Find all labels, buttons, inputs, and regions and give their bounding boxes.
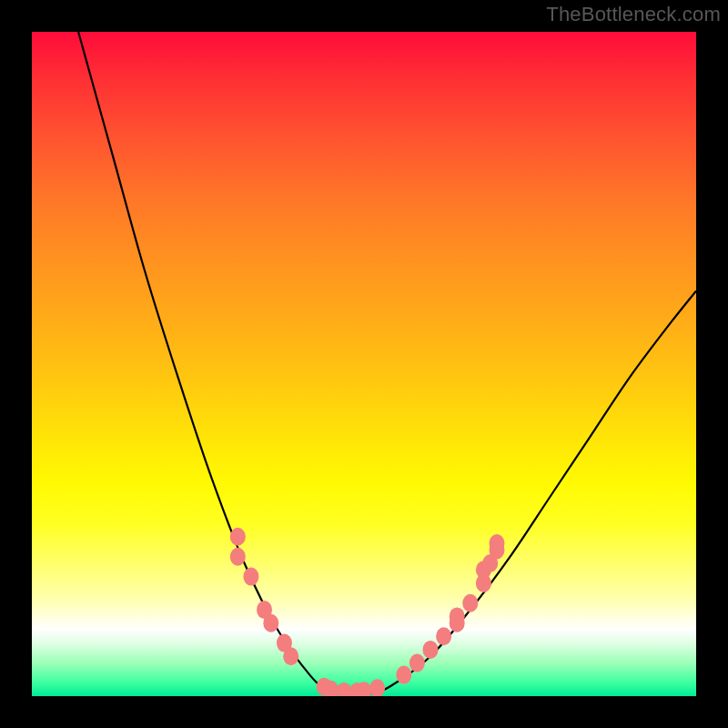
chart-svg [32, 32, 696, 696]
chart-frame: TheBottleneck.com [0, 0, 728, 728]
data-marker [490, 534, 505, 552]
curve-line [78, 32, 696, 694]
data-marker [243, 568, 258, 586]
data-marker [369, 679, 385, 696]
data-marker [436, 627, 451, 645]
data-marker [462, 594, 478, 612]
data-marker [230, 548, 246, 566]
data-marker [283, 647, 298, 665]
chart-plot-area [32, 32, 696, 696]
data-marker [396, 666, 411, 684]
data-marker [263, 614, 278, 632]
marker-group [230, 528, 505, 696]
data-marker [410, 654, 425, 672]
data-marker [337, 682, 352, 696]
watermark-text: TheBottleneck.com [546, 3, 721, 26]
data-marker [450, 607, 465, 625]
data-marker [230, 528, 246, 546]
data-marker [423, 641, 439, 659]
